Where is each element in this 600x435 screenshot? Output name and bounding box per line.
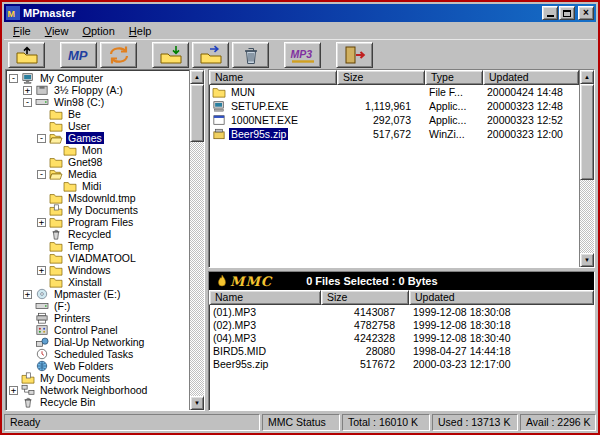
close-button[interactable]: × (578, 6, 594, 20)
file-name[interactable]: MUN (229, 86, 257, 98)
collapse-icon[interactable]: - (23, 98, 32, 107)
tree-item[interactable]: Recycled (6, 228, 189, 240)
tree-item[interactable]: Web Folders (6, 360, 189, 372)
tree-scrollbar-track[interactable] (190, 84, 204, 396)
tree-item[interactable]: +Windows (6, 264, 189, 276)
mmc-row[interactable]: (01).MP341430871999-12-08 18:30:08 (209, 305, 594, 318)
tree-item[interactable]: Gnet98 (6, 156, 189, 168)
tree-item[interactable]: +Program Files (6, 216, 189, 228)
file-name[interactable]: SETUP.EXE (229, 100, 291, 112)
mmc-column-header-name[interactable]: Name (209, 290, 321, 305)
titlebar[interactable]: M MPmaster × (4, 4, 596, 22)
tree-item-label[interactable]: Program Files (66, 216, 135, 228)
tree-item-label[interactable]: My Computer (38, 72, 105, 84)
delete-button[interactable] (232, 42, 269, 68)
tree-item-label[interactable]: Temp (66, 240, 96, 252)
move-button[interactable] (192, 42, 229, 68)
tree-item-label[interactable]: My Documents (38, 372, 112, 384)
mmc-file-name[interactable]: (01).MP3 (209, 306, 321, 318)
tree-item-label[interactable]: Media (66, 168, 99, 180)
mmc-file-name[interactable]: Beer95s.zip (209, 358, 321, 370)
scroll-down-icon[interactable]: ▼ (580, 253, 594, 267)
tree-item-label[interactable]: (F:) (52, 300, 72, 312)
tree-item[interactable]: Dial-Up Networking (6, 336, 189, 348)
expand-icon[interactable]: + (23, 290, 32, 299)
tree-item-label[interactable]: Web Folders (52, 360, 115, 372)
tree-item-label[interactable]: Mon (80, 144, 104, 156)
mmc-file-name[interactable]: BIRD5.MID (209, 345, 321, 357)
expand-icon[interactable]: + (9, 386, 18, 395)
tree-item[interactable]: -My Computer (6, 72, 189, 84)
copy-button[interactable] (152, 42, 189, 68)
scroll-up-icon[interactable]: ▲ (190, 70, 204, 84)
file-row[interactable]: 1000NET.EXE292,073Applic...20000323 12:5… (209, 113, 579, 127)
tree-item-label[interactable]: Network Neighborhood (38, 384, 149, 396)
column-header-updated[interactable]: Updated (483, 70, 579, 85)
tree-item-label[interactable]: Win98 (C:) (52, 96, 106, 108)
scroll-up-icon[interactable]: ▲ (580, 70, 594, 84)
file-scrollbar-thumb[interactable] (580, 84, 594, 180)
collapse-icon[interactable]: - (37, 134, 46, 143)
tree-item[interactable]: Printers (6, 312, 189, 324)
tree-item-label[interactable]: Games (66, 132, 104, 144)
column-header-type[interactable]: Type (425, 70, 483, 85)
file-name[interactable]: Beer95s.zip (229, 128, 288, 140)
tree-item[interactable]: -Win98 (C:) (6, 96, 189, 108)
collapse-icon[interactable]: - (37, 170, 46, 179)
expand-icon[interactable]: + (37, 218, 46, 227)
file-row[interactable]: MUNFile F...20000424 14:48 (209, 85, 579, 99)
tree-scrollbar-thumb[interactable] (190, 84, 204, 142)
tree-item[interactable]: My Documents (6, 372, 189, 384)
menu-help[interactable]: Help (122, 24, 159, 38)
tree-item[interactable]: Mon (6, 144, 189, 156)
menu-option[interactable]: Option (75, 24, 121, 38)
tree-item-label[interactable]: Msdownld.tmp (66, 192, 138, 204)
file-row[interactable]: Beer95s.zip517,672WinZi...20000323 12:00 (209, 127, 579, 141)
tree-item[interactable]: Msdownld.tmp (6, 192, 189, 204)
tree-item[interactable]: VIADMATOOL (6, 252, 189, 264)
tree-item[interactable]: +Mpmaster (E:) (6, 288, 189, 300)
mmc-file-name[interactable]: (04).MP3 (209, 332, 321, 344)
tree-item[interactable]: Xinstall (6, 276, 189, 288)
mmc-row[interactable]: BIRD5.MID280801998-04-27 14:44:18 (209, 344, 594, 357)
tree-item[interactable]: +3½ Floppy (A:) (6, 84, 189, 96)
minimize-button[interactable] (542, 6, 558, 20)
tree-item-label[interactable]: Printers (52, 312, 92, 324)
mmc-row[interactable]: (04).MP342423281999-12-08 18:30:40 (209, 331, 594, 344)
tree-item-label[interactable]: User (66, 120, 92, 132)
file-scrollbar-track[interactable] (580, 84, 594, 253)
mp-master-button[interactable]: MP (60, 42, 97, 68)
file-row[interactable]: SETUP.EXE1,119,961Applic...20000323 12:4… (209, 99, 579, 113)
mmc-row[interactable]: Beer95s.zip5176722000-03-23 12:17:00 (209, 357, 594, 370)
tree-item[interactable]: Scheduled Tasks (6, 348, 189, 360)
tree-item-label[interactable]: Mpmaster (E:) (52, 288, 123, 300)
exit-button[interactable] (336, 42, 373, 68)
mp3-convert-button[interactable]: MP3 (284, 42, 321, 68)
tree-item-label[interactable]: Control Panel (52, 324, 120, 336)
expand-icon[interactable]: + (37, 266, 46, 275)
column-header-size[interactable]: Size (337, 70, 425, 85)
tree-item[interactable]: -Games (6, 132, 189, 144)
refresh-button[interactable] (100, 42, 137, 68)
file-name[interactable]: 1000NET.EXE (229, 114, 300, 126)
tree-item-label[interactable]: 3½ Floppy (A:) (52, 84, 125, 96)
mmc-file-name[interactable]: (02).MP3 (209, 319, 321, 331)
tree-item-label[interactable]: Be (66, 108, 83, 120)
mmc-column-header-size[interactable]: Size (321, 290, 409, 305)
mmc-row[interactable]: (02).MP347827581999-12-08 18:30:18 (209, 318, 594, 331)
tree-item[interactable]: (F:) (6, 300, 189, 312)
tree-item-label[interactable]: Dial-Up Networking (52, 336, 146, 348)
expand-icon[interactable]: + (23, 86, 32, 95)
collapse-icon[interactable]: - (9, 74, 18, 83)
tree-item[interactable]: Be (6, 108, 189, 120)
tree-scrollbar[interactable]: ▲ ▼ (189, 70, 204, 410)
tree-item-label[interactable]: Gnet98 (66, 156, 104, 168)
menu-file[interactable]: File (6, 24, 38, 38)
mmc-column-header-updated[interactable]: Updated (409, 290, 594, 305)
tree-item-label[interactable]: Recycle Bin (38, 396, 97, 408)
maximize-button[interactable] (559, 6, 575, 20)
tree-item[interactable]: User (6, 120, 189, 132)
tree-item-label[interactable]: VIADMATOOL (66, 252, 138, 264)
tree-item[interactable]: Recycle Bin (6, 396, 189, 408)
tree-item[interactable]: Temp (6, 240, 189, 252)
